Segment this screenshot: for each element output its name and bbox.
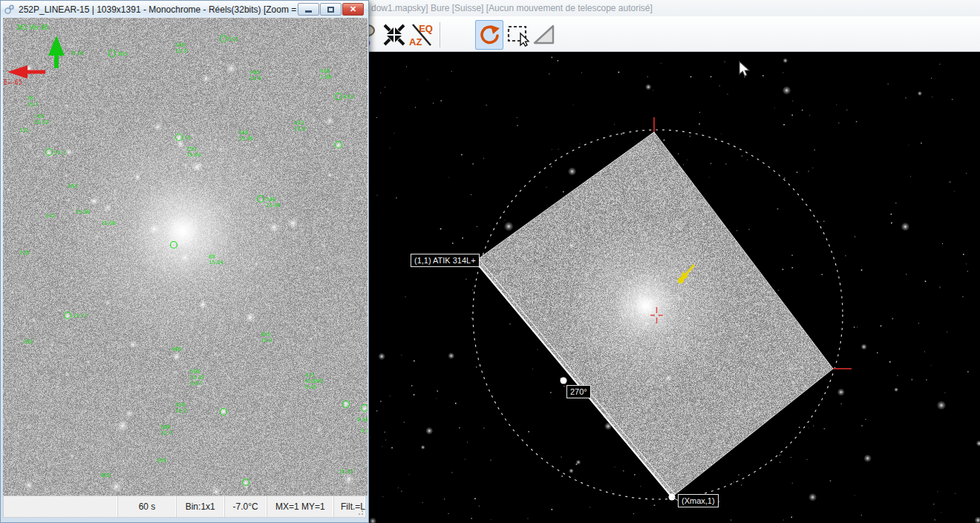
restore-icon (327, 7, 334, 13)
eq-az-toggle-button[interactable]: EQ AZ (407, 20, 435, 50)
screen: dow1.mapsky] Bure [Suisse] [Aucun mouvem… (0, 0, 980, 523)
sky-map: (1,1) ATIK 314L+ 270° (Xmax,1) (369, 52, 980, 523)
fov-xmax-label[interactable]: (Xmax,1) (678, 494, 719, 507)
fits-image-area (3, 18, 368, 496)
eq-az-icon: EQ AZ (408, 22, 434, 47)
mouse-cursor-icon (739, 61, 751, 79)
status-exposure: 60 s (118, 496, 177, 517)
fov-rotation-label[interactable]: 270° (566, 385, 591, 398)
rotate-icon (478, 24, 500, 46)
resize-grip[interactable] (356, 508, 364, 516)
image-viewer-titlebar[interactable]: 252P_LINEAR-15 | 1039x1391 - Monochrome … (1, 1, 368, 18)
select-region-button[interactable] (504, 20, 532, 50)
mapsky-title: dow1.mapsky] Bure [Suisse] [Aucun mouvem… (371, 3, 653, 13)
measure-angle-button[interactable] (530, 20, 558, 50)
center-view-button[interactable] (380, 20, 408, 50)
close-button[interactable]: ✕ (342, 3, 364, 16)
window-frame-bottom (1, 518, 368, 522)
window-title: 252P_LINEAR-15 | 1039x1391 - Monochrome … (19, 4, 298, 15)
app-icon (4, 4, 15, 15)
select-rectangle-icon (506, 23, 530, 47)
fov-origin-label[interactable]: (1,1) ATIK 314L+ (411, 254, 480, 267)
close-icon: ✕ (350, 5, 356, 13)
image-viewer-window: 252P_LINEAR-15 | 1039x1391 - Monochrome … (0, 0, 369, 523)
status-empty (4, 496, 118, 517)
triangle-ruler-icon (532, 24, 556, 46)
minimize-icon (305, 10, 312, 13)
status-temperature: -7.0°C (225, 496, 267, 517)
toolbar-separator (440, 22, 440, 47)
status-bar: 60 s Bin:1x1 -7.0°C MX=1 MY=1 Filt.=L (3, 496, 366, 518)
eq-text: EQ (419, 23, 433, 34)
status-binning: Bin:1x1 (177, 496, 225, 517)
rotate-fov-button[interactable] (475, 20, 503, 50)
restore-button[interactable] (320, 3, 342, 16)
az-text: AZ (409, 36, 422, 47)
sky-map-canvas[interactable] (369, 52, 980, 523)
minimize-button[interactable] (298, 3, 319, 16)
fits-image-canvas[interactable] (3, 18, 368, 496)
status-mirror: MX=1 MY=1 (267, 496, 334, 517)
compress-arrows-icon (382, 22, 407, 47)
